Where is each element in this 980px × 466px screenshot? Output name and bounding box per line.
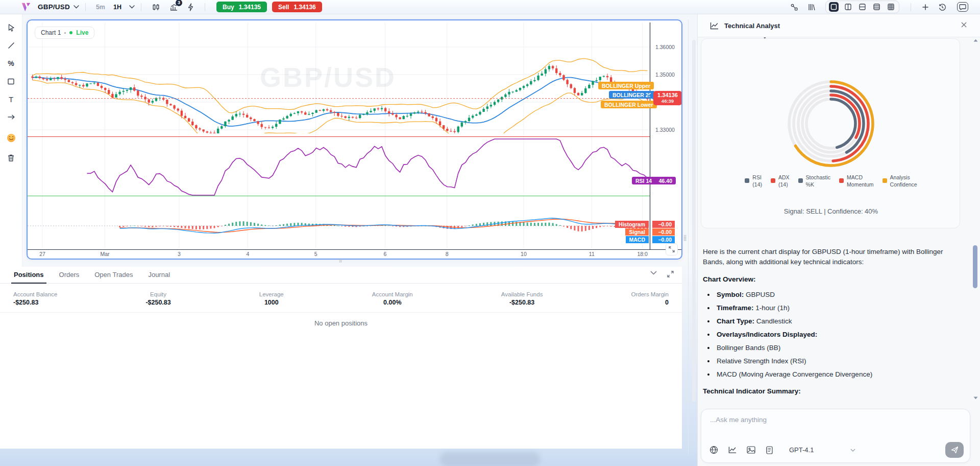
svg-text:1.36000: 1.36000 (655, 44, 675, 50)
candlestick-chart[interactable]: 27Mar34568101118:01.360001.350001.33000 (28, 20, 681, 259)
technical-analyst-panel: Technical Analyst y RSI(14) ADX(14) (697, 14, 980, 466)
chart-icon[interactable] (728, 446, 737, 454)
tab-open-trades[interactable]: Open Trades (87, 271, 140, 283)
link-icon[interactable] (790, 3, 798, 11)
last-price-tag: 1.34136 46:39 (653, 91, 682, 105)
svg-text:11: 11 (589, 251, 595, 257)
chart-type-icon[interactable] (152, 3, 160, 11)
panel-scrollbar-thumb[interactable] (973, 245, 977, 288)
line-chart-icon (710, 22, 719, 30)
panel-divider-track[interactable] (692, 40, 696, 402)
history-icon[interactable] (938, 3, 946, 11)
trendline-icon[interactable] (6, 40, 16, 51)
scroll-down-icon[interactable] (973, 397, 978, 400)
macd-line-label: MACD (626, 236, 649, 243)
panel-resize-handle[interactable]: ⠿⠿ (683, 236, 689, 241)
svg-text:1.33000: 1.33000 (655, 127, 675, 133)
symbol-selector[interactable]: GBP/USD (38, 3, 70, 11)
stat-account-balance: Account Balance-$250.83 (13, 291, 57, 306)
macd-signal-label: Signal (625, 228, 649, 236)
list-item: Relative Strength Index (RSI) (703, 355, 964, 368)
list-item: MACD (Moving Average Convergence Diverge… (703, 368, 964, 381)
trash-icon[interactable] (6, 153, 16, 163)
text-icon[interactable]: T (6, 94, 16, 104)
message-heading: Chart Overview: (703, 275, 964, 283)
chat-input-placeholder[interactable]: ...Ask me anything (710, 416, 767, 424)
globe-icon[interactable] (709, 446, 718, 454)
svg-text:Mar: Mar (100, 251, 110, 257)
bollinger-upper-tag: BOLLINGER Upper (598, 82, 654, 89)
layout-split-horizontal-icon[interactable] (857, 2, 867, 12)
tab-journal[interactable]: Journal (140, 271, 178, 283)
cursor-icon[interactable] (6, 22, 16, 33)
chart-title: Chart 1 (41, 29, 61, 36)
chart-title-pill[interactable]: Chart 1 Live (35, 27, 94, 39)
chart-resize-handle[interactable]: ⠿ (339, 260, 343, 262)
chart-watermark: GBP/USD (260, 61, 396, 93)
chat-input-toolbar: GPT-4.1 (709, 442, 964, 458)
model-selector[interactable]: GPT-4.1 (789, 446, 814, 454)
notes-icon[interactable] (766, 446, 773, 454)
close-icon[interactable] (961, 21, 967, 28)
chart-panel[interactable]: GBP/USD 27Mar34568101118:01.360001.35000… (27, 19, 682, 260)
positions-panel: Positions Orders Open Trades Journal Acc… (0, 267, 682, 449)
percent-icon[interactable]: % (6, 58, 16, 68)
macd-line-value: −0.00 (652, 236, 675, 243)
dock-hint (440, 452, 540, 466)
bollinger-mid-tag: BOLLINGER 20 (609, 91, 655, 99)
stat-available-funds: Available Funds-$250.83 (501, 291, 543, 306)
indicators-count-badge: 3 (176, 0, 182, 6)
collapse-panel-icon[interactable] (650, 271, 657, 277)
chat-toggle[interactable] (957, 2, 968, 12)
message-paragraph: Here is the current chart display for GB… (703, 247, 964, 267)
plus-icon[interactable] (922, 4, 929, 11)
rectangle-icon[interactable] (6, 76, 16, 86)
layout-switcher (825, 1, 899, 13)
message-heading-clipped: Technical Indicator Summary: (703, 387, 964, 395)
arrow-icon[interactable] (6, 112, 16, 122)
image-icon[interactable] (747, 446, 755, 454)
live-dot (69, 31, 72, 34)
timeframe-5m[interactable]: 5m (92, 4, 109, 11)
gauge-legend: RSI(14) ADX(14) Stochastic%K MACDMomentu… (701, 174, 961, 188)
chart-maximize-button[interactable] (666, 243, 678, 255)
timeframe-1h[interactable]: 1H (109, 4, 126, 11)
chevron-down-icon[interactable] (850, 449, 855, 452)
watchlist-icon[interactable] (807, 3, 816, 11)
svg-text:4: 4 (246, 251, 249, 257)
tab-positions[interactable]: Positions (6, 271, 52, 283)
scroll-up-icon[interactable] (973, 39, 978, 42)
tab-orders[interactable]: Orders (52, 271, 87, 283)
legend-swatch (839, 178, 844, 183)
emoji-icon[interactable] (6, 133, 16, 143)
chevron-down-icon[interactable] (74, 5, 79, 9)
macd-histogram-value: −0.00 (652, 221, 675, 228)
chat-input-card[interactable]: ...Ask me anything (701, 409, 970, 463)
legend-rsi: RSI(14) (745, 174, 762, 188)
trading-app: GBP/USD 5m 1H 3 (0, 0, 980, 466)
chevron-down-icon[interactable] (129, 5, 135, 9)
bollinger-lower-tag: BOLLINGER Lower (601, 101, 657, 108)
panel-title: Technical Analyst (724, 22, 780, 30)
lightning-icon[interactable] (187, 3, 194, 11)
list-item: Bollinger Bands (BB) (703, 341, 964, 355)
last-price-value: 1.34136 (654, 92, 681, 98)
svg-text:10: 10 (521, 251, 527, 257)
indicators-icon[interactable]: 3 (169, 3, 178, 11)
layout-rows-icon[interactable] (872, 2, 881, 12)
svg-text:3: 3 (178, 251, 181, 257)
list-item: Overlays/Indicators Displayed: (703, 328, 964, 341)
svg-text:27: 27 (39, 251, 45, 257)
expand-panel-icon[interactable] (667, 271, 674, 277)
account-stats: Account Balance-$250.83 Equity-$250.83 L… (0, 287, 682, 313)
analyst-message: Here is the current chart display for GB… (703, 247, 964, 395)
buy-button[interactable]: Buy1.34135 (216, 2, 267, 12)
bottom-tabs: Positions Orders Open Trades Journal (0, 267, 682, 284)
panel-content[interactable]: y RSI(14) ADX(14) Stochastic%K (698, 37, 971, 404)
svg-text:8: 8 (446, 251, 449, 257)
layout-grid-icon[interactable] (886, 2, 896, 12)
layout-single-icon[interactable] (829, 2, 839, 12)
layout-split-vertical-icon[interactable] (843, 2, 853, 12)
send-button[interactable] (945, 442, 964, 458)
sell-button[interactable]: Sell1.34136 (272, 2, 322, 12)
